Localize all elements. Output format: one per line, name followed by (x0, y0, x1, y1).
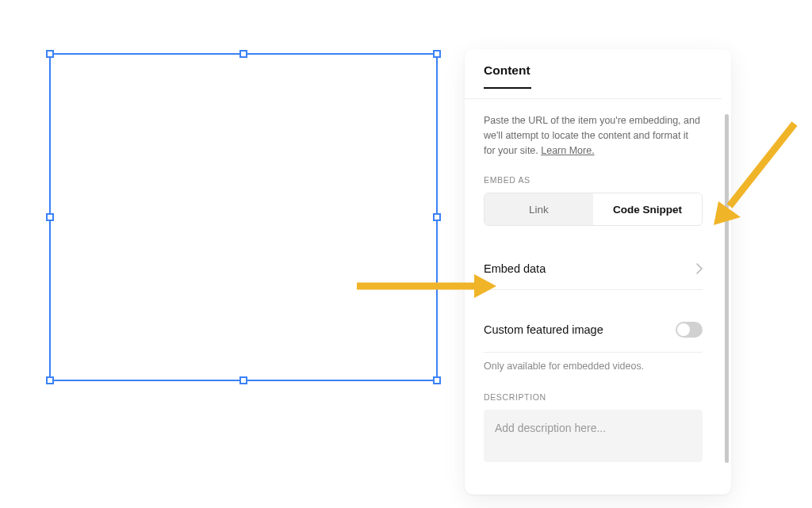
custom-featured-image-row: Custom featured image (484, 307, 703, 352)
embed-as-code-snippet[interactable]: Code Snippet (593, 193, 702, 225)
embed-as-caption: EMBED AS (484, 175, 703, 185)
description-caption: DESCRIPTION (484, 392, 703, 402)
panel-scrollbar[interactable] (722, 49, 731, 495)
embed-as-link[interactable]: Link (485, 193, 593, 225)
toggle-knob (677, 323, 690, 336)
custom-featured-image-label: Custom featured image (484, 323, 603, 336)
content-panel: Content Paste the URL of the item you're… (465, 49, 731, 495)
tab-content[interactable]: Content (484, 49, 703, 98)
custom-featured-image-toggle[interactable] (676, 322, 703, 338)
chevron-right-icon (696, 263, 703, 274)
divider (484, 289, 703, 290)
resize-handle-bottom-middle[interactable] (239, 376, 247, 384)
resize-handle-top-left[interactable] (46, 50, 54, 58)
featured-note: Only available for embedded videos. (484, 353, 703, 375)
embed-as-segmented: Link Code Snippet (484, 193, 703, 226)
svg-marker-3 (714, 201, 741, 225)
annotation-arrow-embed-data (357, 273, 496, 300)
description-input[interactable]: Add description here... (484, 410, 703, 462)
embed-block-selection[interactable] (49, 53, 438, 381)
resize-handle-top-middle[interactable] (239, 50, 247, 58)
learn-more-link[interactable]: Learn More. (541, 145, 594, 156)
description-placeholder: Add description here... (495, 422, 606, 434)
annotation-arrow-code-snippet (707, 119, 802, 230)
resize-handle-middle-right[interactable] (433, 213, 441, 221)
svg-marker-1 (474, 274, 496, 298)
resize-handle-top-right[interactable] (433, 50, 441, 58)
tab-underline (484, 87, 531, 89)
embed-data-row[interactable]: Embed data (484, 248, 703, 289)
help-text: Paste the URL of the item you're embeddi… (484, 99, 703, 159)
resize-handle-middle-left[interactable] (46, 213, 54, 221)
tab-label: Content (484, 63, 703, 78)
svg-line-2 (730, 124, 795, 206)
resize-handle-bottom-right[interactable] (433, 376, 441, 384)
resize-handle-bottom-left[interactable] (46, 376, 54, 384)
